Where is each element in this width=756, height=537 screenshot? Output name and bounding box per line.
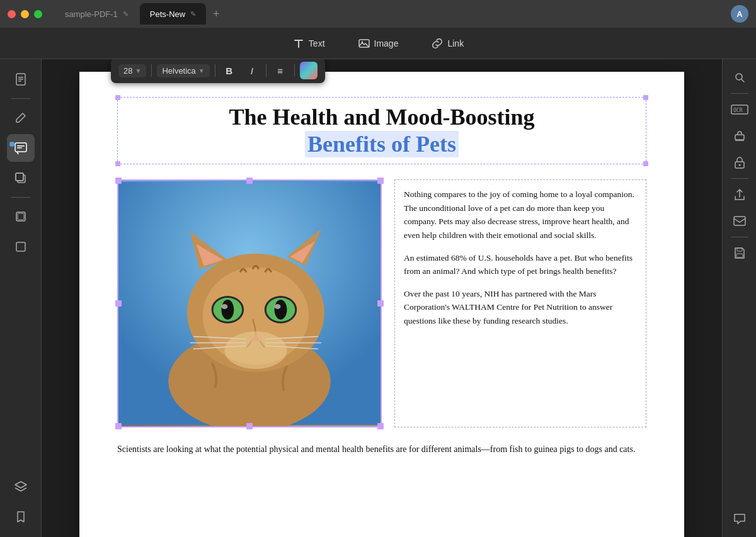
sidebar-icon-pages[interactable]	[7, 65, 35, 93]
cat-image	[118, 181, 381, 426]
sidebar-icon-shape[interactable]	[7, 233, 35, 261]
svg-rect-7	[18, 81, 21, 82]
text-tool-button[interactable]: Text	[286, 33, 331, 54]
right-search-button[interactable]	[728, 65, 752, 89]
traffic-lights	[8, 10, 42, 18]
svg-point-42	[224, 332, 287, 369]
content-row: Nothing compares to the joy of coming ho…	[117, 179, 646, 427]
right-stamp-button[interactable]	[728, 124, 752, 148]
document-title-line2-wrap: Benefits of Pets	[127, 131, 636, 157]
right-save-button[interactable]	[728, 241, 752, 265]
active-badge	[9, 142, 14, 147]
font-size-select[interactable]: 28 ▼	[118, 64, 146, 77]
right-sidebar: OCR	[722, 59, 756, 537]
format-divider-1	[151, 64, 152, 77]
image-handle-br[interactable]	[377, 423, 384, 429]
image-handle-bm[interactable]	[246, 423, 253, 429]
canvas-area[interactable]: 28 ▼ Helvetica ▼ B I ≡	[42, 59, 722, 537]
image-handle-tm[interactable]	[246, 178, 253, 184]
sidebar-icon-edit[interactable]	[7, 104, 35, 132]
minimize-button[interactable]	[21, 10, 29, 18]
link-icon	[431, 37, 444, 50]
svg-rect-15	[18, 213, 24, 220]
document-title-line2: Benefits of Pets	[305, 131, 459, 157]
close-button[interactable]	[8, 10, 16, 18]
svg-rect-6	[18, 79, 23, 80]
right-mail-button[interactable]	[728, 209, 752, 233]
format-toolbar: 28 ▼ Helvetica ▼ B I ≡	[111, 59, 325, 83]
title-text-box[interactable]: The Health and Mood-Boosting Benefits of…	[117, 97, 646, 164]
image-handle-ml[interactable]	[115, 300, 122, 307]
font-name-value: Helvetica	[162, 66, 195, 76]
sidebar-divider-1	[11, 98, 30, 99]
svg-rect-12	[16, 173, 23, 181]
sidebar-icon-duplicate[interactable]	[7, 164, 35, 192]
svg-rect-9	[17, 145, 25, 147]
article-para1: Nothing compares to the joy of coming ho…	[404, 188, 637, 242]
tab-pets-new-label: Pets-New	[150, 9, 185, 19]
right-divider-1	[731, 93, 748, 94]
image-handle-tl[interactable]	[115, 178, 122, 184]
maximize-button[interactable]	[34, 10, 42, 18]
tabs-area: sample-PDF-1 ✎ Pets-New ✎ +	[55, 3, 731, 25]
format-divider-2	[215, 64, 215, 77]
right-divider-3	[731, 237, 748, 237]
font-size-chevron: ▼	[135, 67, 141, 74]
svg-point-50	[738, 164, 740, 166]
tab-sample-pdf-label: sample-PDF-1	[65, 9, 118, 19]
right-chat-button[interactable]	[728, 507, 752, 531]
cat-illustration	[118, 181, 381, 426]
left-sidebar	[0, 59, 42, 537]
svg-point-29	[221, 300, 234, 320]
bold-button[interactable]: B	[220, 62, 238, 79]
tab-sample-pdf[interactable]: sample-PDF-1 ✎	[55, 3, 139, 25]
right-ocr-button[interactable]: OCR	[728, 98, 752, 122]
sidebar-icon-comment[interactable]	[7, 134, 35, 162]
color-picker-button[interactable]	[300, 62, 318, 79]
sidebar-divider-2	[11, 197, 30, 198]
font-size-value: 28	[123, 66, 132, 76]
right-lock-button[interactable]	[728, 150, 752, 174]
link-tool-button[interactable]: Link	[425, 33, 470, 54]
avatar[interactable]: A	[731, 5, 748, 23]
bottom-paragraph: Scientists are looking at what the poten…	[117, 443, 646, 456]
article-para3: Over the past 10 years, NIH has partnere…	[404, 287, 637, 328]
text-tool-label: Text	[309, 38, 325, 48]
svg-rect-5	[18, 77, 23, 78]
image-handle-mr[interactable]	[377, 300, 384, 307]
image-handle-bl[interactable]	[115, 423, 122, 429]
format-divider-4	[294, 64, 295, 77]
title-bar: sample-PDF-1 ✎ Pets-New ✎ + A	[0, 0, 756, 28]
document: 28 ▼ Helvetica ▼ B I ≡	[79, 72, 684, 537]
link-tool-label: Link	[447, 38, 464, 48]
svg-rect-53	[736, 254, 743, 257]
image-tool-button[interactable]: Image	[352, 33, 405, 54]
tab-pets-new[interactable]: Pets-New ✎	[140, 3, 206, 25]
align-button[interactable]: ≡	[272, 62, 289, 79]
font-name-chevron: ▼	[198, 67, 205, 74]
svg-rect-47	[735, 135, 744, 140]
svg-line-44	[742, 79, 744, 82]
image-box[interactable]	[117, 179, 382, 427]
sidebar-icon-crop[interactable]	[7, 203, 35, 230]
image-tool-label: Image	[374, 38, 399, 48]
main-toolbar: Text Image Link	[0, 28, 756, 59]
corner-handle-bl	[115, 161, 120, 166]
tab-edit-icon: ✎	[123, 10, 129, 18]
article-text-box[interactable]: Nothing compares to the joy of coming ho…	[394, 179, 646, 427]
format-divider-3	[266, 64, 266, 77]
image-handle-tr[interactable]	[377, 178, 384, 184]
main-area: 28 ▼ Helvetica ▼ B I ≡	[0, 59, 756, 537]
corner-handle-br	[643, 161, 648, 166]
article-para2: An estimated 68% of U.S. households have…	[404, 251, 637, 278]
sidebar-icon-layers[interactable]	[7, 473, 35, 500]
add-tab-button[interactable]: +	[207, 5, 225, 23]
font-name-select[interactable]: Helvetica ▼	[157, 64, 209, 77]
right-share-button[interactable]	[728, 183, 752, 206]
svg-rect-1	[298, 40, 299, 48]
svg-text:OCR: OCR	[733, 108, 743, 113]
sidebar-icon-bookmark[interactable]	[7, 503, 35, 531]
svg-point-33	[275, 300, 287, 320]
italic-button[interactable]: I	[243, 62, 261, 79]
svg-rect-10	[17, 147, 22, 149]
